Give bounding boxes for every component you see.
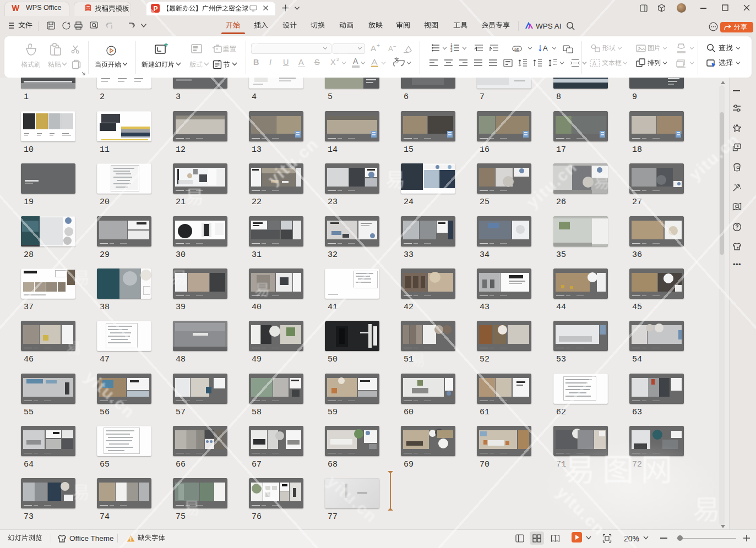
svg-text:A: A [592, 61, 596, 67]
svg-text:ab: ab [514, 47, 519, 52]
svg-text:A: A [543, 44, 548, 52]
